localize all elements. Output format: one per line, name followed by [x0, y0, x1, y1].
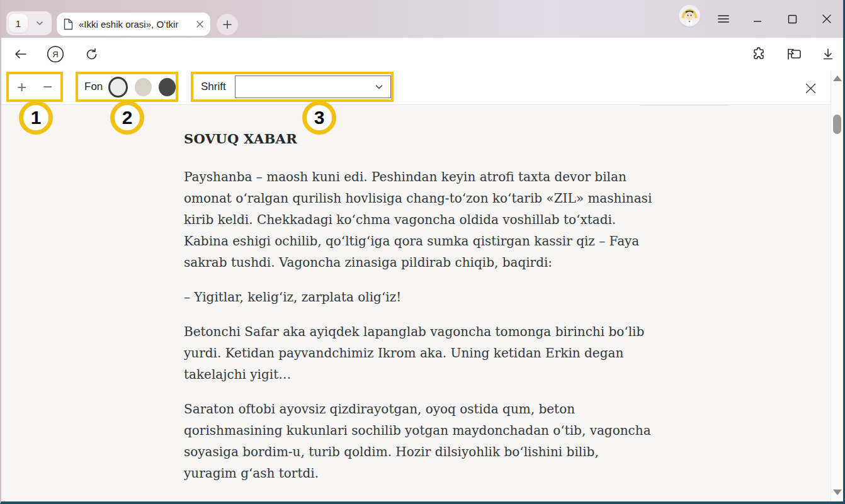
fon-label: Fon — [84, 81, 103, 93]
reload-button[interactable] — [82, 38, 101, 70]
collections-button[interactable] — [783, 38, 805, 70]
extensions-button[interactable] — [749, 38, 768, 70]
reader-settings-toolbar: + − Fon Shrift — [1, 70, 843, 105]
menu-button[interactable] — [714, 0, 733, 38]
shrift-select[interactable] — [235, 76, 391, 98]
profile-avatar[interactable] — [679, 5, 700, 26]
annotation-badge-3: 3 — [302, 101, 336, 135]
tab-title: «Ikki eshik orasi», Oʻtkir — [79, 19, 191, 30]
background-option-dark[interactable] — [159, 78, 176, 96]
background-option-sepia[interactable] — [135, 78, 152, 96]
font-decrease-button[interactable]: − — [43, 79, 52, 95]
book-paragraph: – Yigitlar, keligʻiz, zarplata oligʻiz! — [184, 286, 652, 308]
new-tab-button[interactable] — [217, 14, 238, 35]
scroll-up-arrow[interactable] — [833, 76, 842, 81]
book-paragraph: Payshanba – maosh kuni edi. Peshindan ke… — [184, 166, 652, 273]
highlight-box-font-size: + − — [6, 72, 63, 102]
scrollbar-thumb[interactable] — [833, 115, 841, 134]
yandex-letter: Я — [52, 50, 58, 59]
annotation-badge-2: 2 — [110, 101, 144, 135]
chevron-down-icon[interactable] — [35, 19, 44, 28]
tab-count-badge: 1 — [9, 14, 28, 33]
tab-close-icon[interactable] — [196, 20, 204, 28]
vertical-scrollbar[interactable] — [831, 70, 843, 501]
close-reader-toolbar-button[interactable] — [802, 79, 819, 97]
minimize-button[interactable] — [747, 0, 768, 38]
shrift-label: Shrift — [201, 81, 226, 93]
chapter-heading: SOVUQ XABAR — [184, 131, 652, 147]
background-option-light[interactable] — [108, 77, 128, 98]
tab-strip: 1 «Ikki eshik orasi», Oʻtkir — [1, 0, 843, 38]
book-content-area: SOVUQ XABAR Payshanba – maosh kuni edi. … — [1, 106, 831, 501]
book-paragraph: Saraton oftobi ayovsiz qizdirayotgan, oy… — [184, 398, 652, 484]
annotation-badge-1: 1 — [19, 101, 53, 135]
book-paragraph: Betonchi Safar aka ayiqdek lapanglab vag… — [184, 321, 652, 385]
tab-counter[interactable]: 1 — [6, 11, 52, 35]
maximize-button[interactable] — [782, 0, 802, 38]
downloads-button[interactable] — [819, 38, 837, 70]
highlight-box-font: Shrift — [191, 72, 394, 102]
close-window-button[interactable] — [816, 0, 837, 38]
yandex-home-button[interactable]: Я — [45, 38, 65, 70]
chevron-down-icon — [374, 82, 384, 92]
scroll-down-arrow[interactable] — [833, 490, 842, 495]
page-doc-icon — [63, 18, 74, 30]
navigation-toolbar: Я www.litres.ru «Ikki eshik orasi», Oʻtk… — [1, 38, 843, 70]
back-button[interactable] — [11, 38, 30, 70]
highlight-box-background: Fon — [76, 72, 178, 102]
browser-window: 1 «Ikki eshik orasi», Oʻtkir — [0, 0, 845, 504]
font-increase-button[interactable]: + — [17, 79, 26, 95]
active-tab[interactable]: «Ikki eshik orasi», Oʻtkir — [57, 13, 210, 36]
